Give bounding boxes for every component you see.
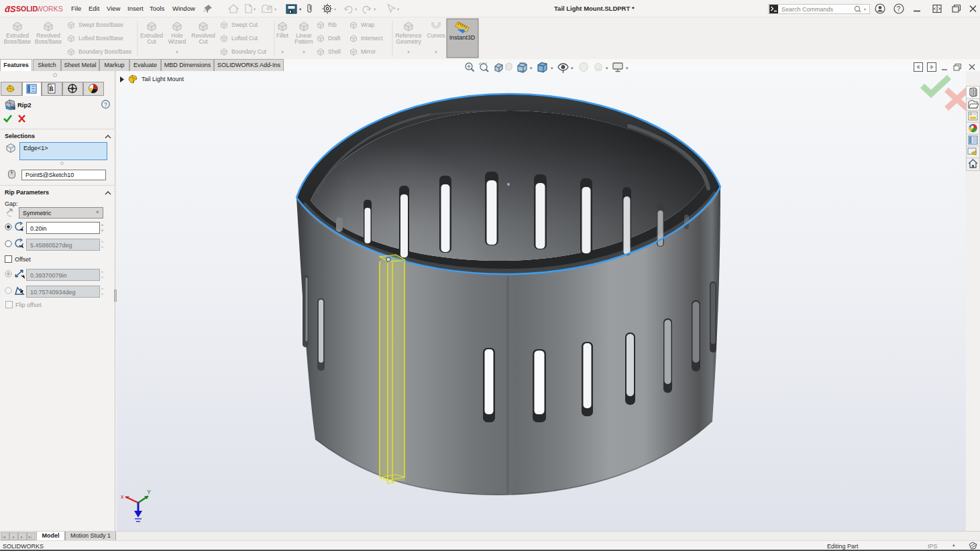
svg-text:▸|: ▸| [29,535,32,539]
svg-text:Search Commands: Search Commands [781,6,834,13]
svg-text:SOLID: SOLID [16,5,38,13]
svg-text:◂: ◂ [12,535,14,539]
svg-text:Swept Cut: Swept Cut [231,21,258,28]
svg-text:Lofted Cut: Lofted Cut [231,35,258,42]
svg-text:▾: ▾ [435,50,437,54]
svg-text:▾: ▾ [397,7,400,11]
svg-text:WORKS: WORKS [36,5,63,13]
svg-text:▾: ▾ [606,66,608,70]
svg-text:▾: ▾ [176,50,178,54]
svg-text:▾: ▾ [407,50,410,54]
svg-text:▾: ▾ [303,50,305,54]
svg-text:Wizard: Wizard [168,38,186,45]
svg-text:ƌS: ƌS [5,4,16,14]
svg-text:▾: ▾ [864,7,866,11]
svg-text:Mirror: Mirror [361,48,376,55]
svg-text:▾: ▾ [299,7,302,11]
svg-text:Draft: Draft [328,35,341,42]
svg-text:|◂: |◂ [3,535,6,539]
svg-text:Boundary Cut: Boundary Cut [231,48,267,55]
svg-text:Lofted Boss/Base: Lofted Boss/Base [78,35,123,42]
svg-text:Wrap: Wrap [361,21,374,28]
svg-text:?: ? [104,101,107,108]
svg-text:Boss/Base: Boss/Base [4,38,32,45]
svg-text:Cut: Cut [147,38,156,45]
svg-text:Y: Y [147,489,151,495]
svg-text:▾: ▾ [281,50,284,54]
svg-text:▾: ▾ [530,66,533,70]
svg-text:Instant3D: Instant3D [449,34,476,41]
svg-text:Shell: Shell [328,48,341,55]
svg-text:?: ? [897,5,901,13]
svg-text:Geometry: Geometry [396,38,421,45]
svg-text:x: x [121,493,124,500]
svg-text:Rib: Rib [328,21,337,28]
svg-text:Boundary Boss/Base: Boundary Boss/Base [78,48,132,55]
svg-text:▾: ▾ [571,66,574,70]
svg-text:Curves: Curves [427,32,445,39]
svg-text:Fillet: Fillet [276,32,289,39]
svg-text:▾: ▾ [274,7,277,11]
svg-text:▾: ▾ [334,7,337,11]
svg-text:Cut: Cut [199,38,208,45]
svg-text:Boss/Base: Boss/Base [35,38,62,45]
svg-text:Swept Boss/Base: Swept Boss/Base [78,21,123,28]
svg-text:▸: ▸ [21,535,23,539]
svg-text:▾: ▾ [254,7,256,11]
svg-text:Intersect: Intersect [361,35,383,42]
svg-text:▾: ▾ [374,7,376,11]
svg-text:Pattern: Pattern [294,38,313,45]
svg-text:▾: ▾ [355,7,358,11]
svg-text:▾: ▾ [551,66,553,70]
svg-text:▾: ▾ [626,66,629,70]
